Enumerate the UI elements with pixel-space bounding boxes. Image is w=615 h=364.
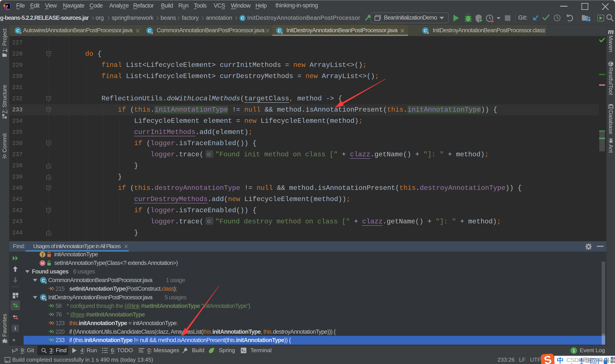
svg-text:IJ: IJ — [6, 4, 8, 8]
